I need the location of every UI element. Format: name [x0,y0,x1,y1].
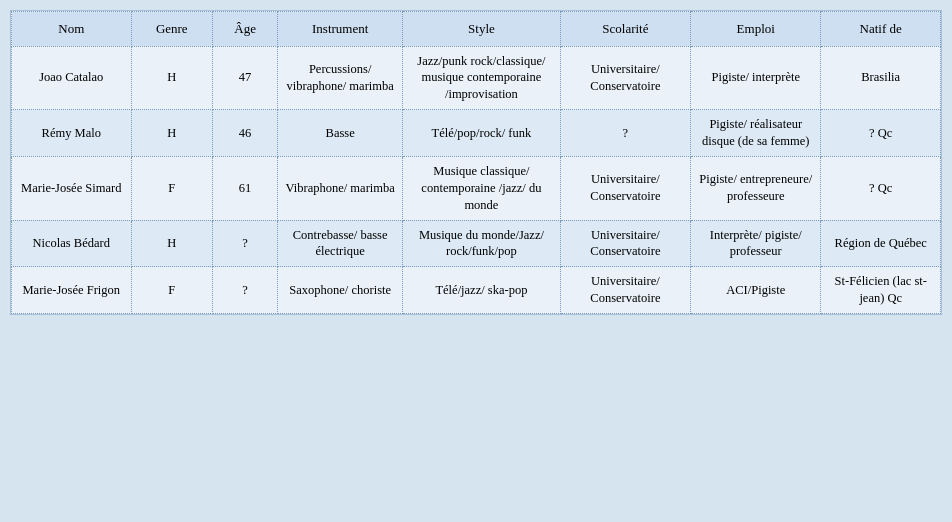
cell-nom: Rémy Malo [12,110,132,157]
header-natif: Natif de [821,12,941,47]
cell-style: Télé/pop/rock/ funk [403,110,561,157]
cell-style: Jazz/punk rock/classique/ musique contem… [403,46,561,110]
cell-natif: ? Qc [821,110,941,157]
cell-genre: F [131,156,212,220]
cell-nom: Joao Catalao [12,46,132,110]
cell-age: 61 [213,156,278,220]
cell-scolarite: Universitaire/ Conservatoire [560,220,690,267]
cell-style: Musique du monde/Jazz/ rock/funk/pop [403,220,561,267]
cell-emploi: Pigiste/ entrepreneure/ professeure [691,156,821,220]
cell-emploi: Interprète/ pigiste/ professeur [691,220,821,267]
header-row: Nom Genre Âge Instrument Style Scolarité… [12,12,941,47]
table-row: Marie-Josée SimardF61Vibraphone/ marimba… [12,156,941,220]
header-genre: Genre [131,12,212,47]
header-emploi: Emploi [691,12,821,47]
cell-genre: H [131,46,212,110]
cell-genre: H [131,220,212,267]
cell-natif: St-Félicien (lac st-jean) Qc [821,267,941,314]
header-age: Âge [213,12,278,47]
cell-scolarite: Universitaire/ Conservatoire [560,46,690,110]
cell-instrument: Saxophone/ choriste [278,267,403,314]
cell-genre: F [131,267,212,314]
header-instrument: Instrument [278,12,403,47]
cell-age: ? [213,220,278,267]
cell-scolarite: Universitaire/ Conservatoire [560,156,690,220]
cell-style: Musique classique/ contemporaine /jazz/ … [403,156,561,220]
cell-emploi: ACI/Pigiste [691,267,821,314]
cell-scolarite: ? [560,110,690,157]
cell-emploi: Pigiste/ interprète [691,46,821,110]
header-style: Style [403,12,561,47]
header-scolarite: Scolarité [560,12,690,47]
cell-scolarite: Universitaire/ Conservatoire [560,267,690,314]
table-row: Rémy MaloH46BasseTélé/pop/rock/ funk?Pig… [12,110,941,157]
cell-instrument: Contrebasse/ basse électrique [278,220,403,267]
header-nom: Nom [12,12,132,47]
cell-age: 47 [213,46,278,110]
cell-nom: Marie-Josée Frigon [12,267,132,314]
cell-instrument: Vibraphone/ marimba [278,156,403,220]
cell-natif: ? Qc [821,156,941,220]
cell-genre: H [131,110,212,157]
cell-age: 46 [213,110,278,157]
cell-natif: Brasilia [821,46,941,110]
cell-nom: Nicolas Bédard [12,220,132,267]
cell-natif: Région de Québec [821,220,941,267]
cell-instrument: Basse [278,110,403,157]
cell-nom: Marie-Josée Simard [12,156,132,220]
table-row: Nicolas BédardH?Contrebasse/ basse élect… [12,220,941,267]
table-row: Joao CatalaoH47Percussions/ vibraphone/ … [12,46,941,110]
cell-age: ? [213,267,278,314]
cell-emploi: Pigiste/ réalisateur disque (de sa femme… [691,110,821,157]
cell-style: Télé/jazz/ ska-pop [403,267,561,314]
main-table-container: Nom Genre Âge Instrument Style Scolarité… [10,10,942,315]
musicians-table: Nom Genre Âge Instrument Style Scolarité… [11,11,941,314]
table-row: Marie-Josée FrigonF?Saxophone/ choristeT… [12,267,941,314]
cell-instrument: Percussions/ vibraphone/ marimba [278,46,403,110]
